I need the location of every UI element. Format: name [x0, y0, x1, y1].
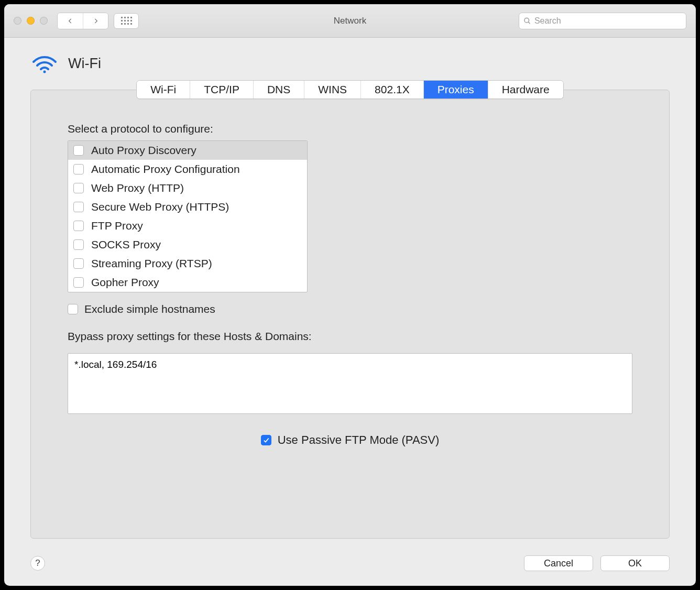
wifi-icon [31, 52, 58, 75]
tab-proxies[interactable]: Proxies [423, 81, 488, 99]
protocol-checkbox[interactable] [73, 202, 84, 212]
ok-button[interactable]: OK [600, 555, 670, 571]
protocol-checkbox[interactable] [73, 258, 84, 269]
protocol-checkbox[interactable] [73, 239, 84, 250]
titlebar: Network [4, 4, 696, 38]
network-preferences-window: Network Wi-Fi Wi-Fi TCP/IP DNS WINS 802 [4, 4, 696, 586]
passive-ftp-checkbox[interactable] [261, 435, 271, 445]
bypass-label: Bypass proxy settings for these Hosts & … [68, 330, 632, 343]
minimize-button[interactable] [27, 17, 35, 25]
protocol-row-gopher[interactable]: Gopher Proxy [68, 273, 307, 292]
protocol-label: Auto Proxy Discovery [91, 144, 196, 157]
exclude-simple-checkbox[interactable] [68, 304, 78, 314]
protocol-label: Secure Web Proxy (HTTPS) [91, 201, 229, 213]
dialog-footer: ? Cancel OK [4, 551, 696, 586]
protocol-checkbox[interactable] [73, 183, 84, 193]
svg-line-1 [528, 21, 530, 23]
protocol-label: Streaming Proxy (RTSP) [91, 257, 212, 270]
protocol-label: SOCKS Proxy [91, 238, 161, 251]
protocol-row-https[interactable]: Secure Web Proxy (HTTPS) [68, 198, 307, 216]
protocol-row-rtsp[interactable]: Streaming Proxy (RTSP) [68, 254, 307, 273]
proxies-panel: Select a protocol to configure: Auto Pro… [30, 90, 670, 539]
passive-ftp-label: Use Passive FTP Mode (PASV) [278, 433, 440, 447]
tab-bar: Wi-Fi TCP/IP DNS WINS 802.1X Proxies Har… [136, 80, 563, 99]
tab-dns[interactable]: DNS [253, 81, 304, 99]
show-all-button[interactable] [114, 13, 139, 29]
protocol-row-socks[interactable]: SOCKS Proxy [68, 235, 307, 254]
tab-tcpip[interactable]: TCP/IP [190, 81, 253, 99]
svg-point-2 [43, 71, 46, 73]
help-button[interactable]: ? [30, 556, 45, 571]
protocol-label: FTP Proxy [91, 220, 143, 232]
search-field[interactable] [519, 13, 686, 29]
protocol-checkbox[interactable] [73, 145, 84, 156]
protocol-list[interactable]: Auto Proxy Discovery Automatic Proxy Con… [68, 140, 308, 292]
tab-8021x[interactable]: 802.1X [360, 81, 423, 99]
tab-wifi[interactable]: Wi-Fi [137, 81, 190, 99]
pane-header: Wi-Fi [4, 38, 696, 80]
passive-ftp-mode[interactable]: Use Passive FTP Mode (PASV) [68, 433, 632, 447]
search-icon [523, 17, 531, 25]
grid-icon [121, 17, 132, 25]
window-controls [14, 17, 48, 25]
tab-hardware[interactable]: Hardware [488, 81, 563, 99]
nav-buttons [57, 13, 108, 29]
protocol-list-label: Select a protocol to configure: [68, 123, 632, 135]
protocol-checkbox[interactable] [73, 164, 84, 174]
protocol-label: Gopher Proxy [91, 276, 159, 289]
exclude-simple-hostnames[interactable]: Exclude simple hostnames [68, 303, 632, 315]
close-button[interactable] [14, 17, 21, 25]
cancel-button[interactable]: Cancel [524, 555, 593, 571]
back-button[interactable] [58, 13, 83, 29]
protocol-row-auto-config[interactable]: Automatic Proxy Configuration [68, 160, 307, 179]
zoom-button[interactable] [40, 17, 48, 25]
protocol-label: Web Proxy (HTTP) [91, 182, 184, 194]
svg-point-0 [524, 18, 529, 23]
protocol-label: Automatic Proxy Configuration [91, 163, 240, 176]
exclude-simple-label: Exclude simple hostnames [84, 303, 215, 315]
search-input[interactable] [534, 16, 682, 26]
protocol-row-auto-discovery[interactable]: Auto Proxy Discovery [68, 141, 307, 160]
chevron-right-icon [92, 17, 100, 25]
bypass-field[interactable] [68, 353, 632, 414]
tab-wins[interactable]: WINS [304, 81, 360, 99]
pane-title: Wi-Fi [68, 56, 101, 72]
protocol-row-ftp[interactable]: FTP Proxy [68, 216, 307, 235]
protocol-checkbox[interactable] [73, 277, 84, 288]
checkmark-icon [262, 436, 270, 444]
forward-button[interactable] [83, 13, 108, 29]
protocol-checkbox[interactable] [73, 221, 84, 231]
protocol-row-http[interactable]: Web Proxy (HTTP) [68, 179, 307, 198]
chevron-left-icon [67, 17, 74, 25]
